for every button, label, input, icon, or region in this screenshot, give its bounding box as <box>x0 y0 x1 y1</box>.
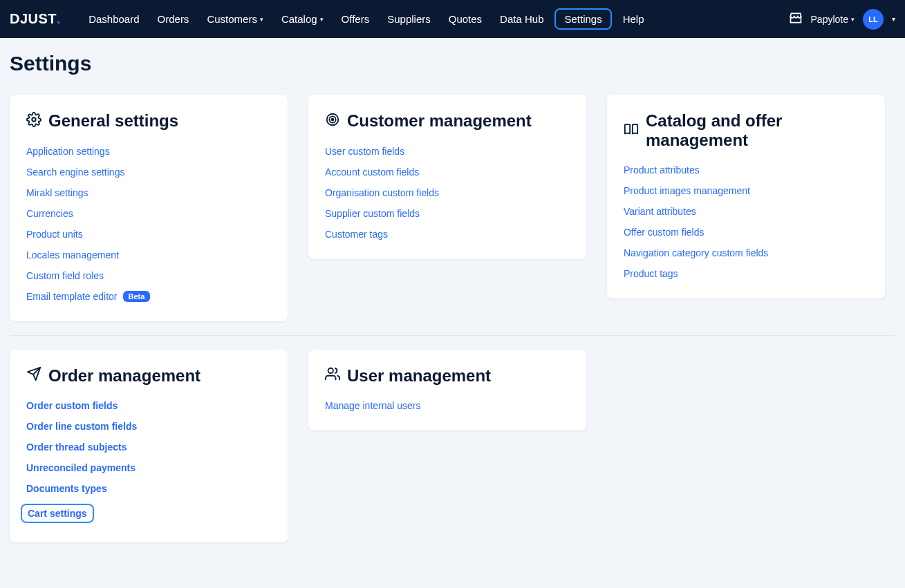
link-mirakl-settings[interactable]: Mirakl settings <box>26 187 88 198</box>
link-navigation-category-custom-fields[interactable]: Navigation category custom fields <box>624 247 768 258</box>
card-title: Catalog and offer management <box>646 111 868 149</box>
nav-item-catalog[interactable]: Catalog▾ <box>274 9 330 29</box>
card-title: Customer management <box>347 111 532 131</box>
nav-item-settings[interactable]: Settings <box>554 8 611 30</box>
nav-label: Customers <box>207 13 257 25</box>
link-label: Manage internal users <box>325 400 421 411</box>
svg-point-4 <box>328 368 333 373</box>
page-title: Settings <box>10 52 895 75</box>
link-application-settings[interactable]: Application settings <box>26 146 110 157</box>
cards-row-2: Order management Order custom fieldsOrde… <box>10 350 895 543</box>
link-product-images-management[interactable]: Product images management <box>624 185 750 196</box>
link-order-line-custom-fields[interactable]: Order line custom fields <box>26 421 137 432</box>
target-icon <box>325 112 340 130</box>
link-label: Order custom fields <box>26 400 118 411</box>
link-label: Offer custom fields <box>624 227 704 238</box>
link-customer-tags[interactable]: Customer tags <box>325 229 388 240</box>
nav-right: Papylote ▾ LL ▾ <box>789 9 895 30</box>
card-catalog-offer-management: Catalog and offer management Product att… <box>607 95 885 298</box>
nav-item-quotes[interactable]: Quotes <box>442 9 489 29</box>
svg-point-0 <box>32 117 36 122</box>
nav-label: Orders <box>158 13 189 25</box>
link-user-custom-fields[interactable]: User custom fields <box>325 146 404 157</box>
top-nav: DJUST. DashboardOrdersCustomers▾Catalog▾… <box>0 0 905 38</box>
link-label: Search engine settings <box>26 167 124 178</box>
link-label: Account custom fields <box>325 167 419 178</box>
card-links: Product attributesProduct images managem… <box>624 164 868 279</box>
link-product-tags[interactable]: Product tags <box>624 268 678 279</box>
brand-logo: DJUST. <box>10 11 61 27</box>
card-header: Catalog and offer management <box>624 111 868 149</box>
link-supplier-custom-fields[interactable]: Supplier custom fields <box>325 208 420 219</box>
nav-label: Catalog <box>281 13 317 25</box>
user-menu-caret[interactable]: ▾ <box>892 15 895 23</box>
link-label: Locales management <box>26 249 119 260</box>
divider <box>10 335 895 336</box>
card-header: User management <box>325 366 570 386</box>
link-unreconciled-payments[interactable]: Unreconciled payments <box>26 462 136 473</box>
send-icon <box>26 366 41 384</box>
avatar[interactable]: LL <box>863 9 884 30</box>
brand-dot: . <box>57 11 61 27</box>
avatar-initials: LL <box>868 15 877 23</box>
link-currencies[interactable]: Currencies <box>26 208 73 219</box>
link-label: Customer tags <box>325 229 388 240</box>
nav-items: DashboardOrdersCustomers▾Catalog▾OffersS… <box>82 8 788 30</box>
link-account-custom-fields[interactable]: Account custom fields <box>325 167 419 178</box>
link-organisation-custom-fields[interactable]: Organisation custom fields <box>325 187 439 198</box>
link-product-units[interactable]: Product units <box>26 229 83 240</box>
brand-text: DJUST <box>10 11 57 27</box>
link-label: Order line custom fields <box>26 421 137 432</box>
card-title: General settings <box>48 111 178 131</box>
chevron-down-icon: ▾ <box>260 16 263 23</box>
cards-row-1: General settings Application settingsSea… <box>10 95 895 321</box>
nav-label: Settings <box>564 13 601 25</box>
users-icon <box>325 366 340 384</box>
nav-item-help[interactable]: Help <box>616 9 651 29</box>
link-label: Documents types <box>26 483 107 494</box>
store-icon[interactable] <box>789 11 803 28</box>
link-label: User custom fields <box>325 146 404 157</box>
link-label: Unreconciled payments <box>26 462 136 473</box>
card-links: Manage internal users <box>325 400 570 411</box>
nav-label: Offers <box>342 13 370 25</box>
link-locales-management[interactable]: Locales management <box>26 249 119 260</box>
link-manage-internal-users[interactable]: Manage internal users <box>325 400 421 411</box>
link-order-thread-subjects[interactable]: Order thread subjects <box>26 442 127 453</box>
link-label: Cart settings <box>28 508 87 519</box>
link-search-engine-settings[interactable]: Search engine settings <box>26 167 124 178</box>
card-links: User custom fieldsAccount custom fieldsO… <box>325 146 570 240</box>
nav-label: Quotes <box>449 13 482 25</box>
nav-item-data-hub[interactable]: Data Hub <box>493 9 550 29</box>
link-label: Mirakl settings <box>26 187 88 198</box>
link-label: Product attributes <box>624 164 700 176</box>
book-icon <box>624 122 639 140</box>
link-label: Supplier custom fields <box>325 208 420 219</box>
link-label: Email template editor <box>26 291 118 302</box>
link-product-attributes[interactable]: Product attributes <box>624 164 700 176</box>
nav-item-customers[interactable]: Customers▾ <box>200 9 270 29</box>
link-cart-settings[interactable]: Cart settings <box>21 504 94 523</box>
card-header: Customer management <box>325 111 570 131</box>
link-label: Order thread subjects <box>26 442 127 453</box>
link-label: Application settings <box>26 146 110 157</box>
link-label: Product tags <box>624 268 678 279</box>
nav-label: Help <box>623 13 644 25</box>
link-variant-attributes[interactable]: Variant attributes <box>624 206 696 217</box>
card-user-management: User management Manage internal users <box>308 350 586 431</box>
card-order-management: Order management Order custom fieldsOrde… <box>10 350 288 543</box>
nav-item-suppliers[interactable]: Suppliers <box>380 9 438 29</box>
link-order-custom-fields[interactable]: Order custom fields <box>26 400 118 411</box>
link-label: Custom field roles <box>26 270 104 281</box>
nav-item-orders[interactable]: Orders <box>151 9 196 29</box>
card-title: Order management <box>48 366 200 386</box>
link-offer-custom-fields[interactable]: Offer custom fields <box>624 227 704 238</box>
page: Settings General settings Application se… <box>0 38 905 584</box>
link-custom-field-roles[interactable]: Custom field roles <box>26 270 104 281</box>
link-documents-types[interactable]: Documents types <box>26 483 107 494</box>
link-email-template-editor[interactable]: Email template editorBeta <box>26 291 150 302</box>
nav-item-dashboard[interactable]: Dashboard <box>82 9 146 29</box>
org-name: Papylote <box>811 14 848 25</box>
nav-item-offers[interactable]: Offers <box>335 9 377 29</box>
org-switcher[interactable]: Papylote ▾ <box>811 14 855 25</box>
